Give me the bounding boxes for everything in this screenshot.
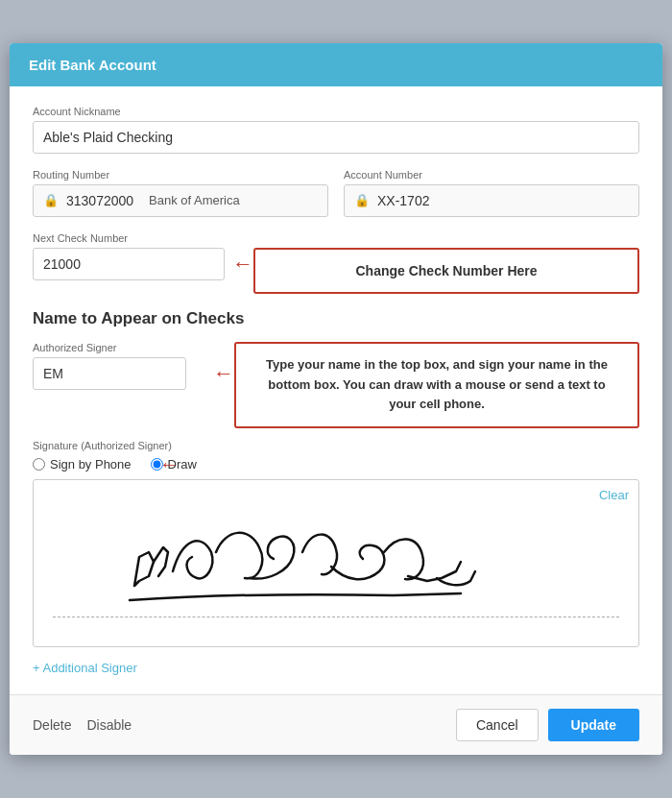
routing-number-group: Routing Number 🔒 313072000 Bank of Ameri… (33, 169, 328, 217)
routing-number-label: Routing Number (33, 169, 328, 181)
footer-left-actions: Delete Disable (33, 713, 132, 737)
sign-by-phone-option[interactable]: Sign by Phone (33, 457, 132, 472)
check-arrow-icon: ← (232, 252, 253, 277)
authorized-signer-wrapper: Authorized Signer ← (33, 342, 205, 390)
name-on-checks-title: Name to Appear on Checks (33, 309, 639, 328)
authorized-signer-label: Authorized Signer (33, 342, 205, 353)
change-check-callout-text: Change Check Number Here (355, 263, 537, 278)
account-nickname-label: Account Nickname (33, 106, 639, 117)
authorized-signer-row: Authorized Signer ← Type your name in th… (33, 342, 639, 428)
check-number-input[interactable] (33, 248, 225, 280)
routing-number-value: 313072000 (66, 193, 133, 208)
edit-bank-account-modal: Edit Bank Account Account Nickname Routi… (10, 43, 662, 755)
modal-footer: Delete Disable Cancel Update (10, 694, 662, 755)
account-number-field: 🔒 XX-1702 (344, 184, 639, 217)
modal-title: Edit Bank Account (29, 57, 156, 73)
radio-arrow-icon: ← (159, 453, 179, 475)
check-number-label: Next Check Number (33, 232, 639, 244)
signature-baseline (53, 617, 619, 617)
account-nickname-input[interactable] (33, 121, 639, 154)
sign-by-phone-label: Sign by Phone (50, 457, 132, 472)
modal-body: Account Nickname Routing Number 🔒 313072… (10, 86, 662, 694)
sign-description-box: Type your name in the top box, and sign … (234, 342, 639, 428)
account-number-group: Account Number 🔒 XX-1702 (344, 169, 639, 217)
signature-label: Signature (Authorized Signer) (33, 440, 639, 451)
signature-method-row: Sign by Phone ← Draw (33, 457, 639, 472)
authorized-signer-input[interactable] (33, 357, 186, 390)
sign-by-phone-radio[interactable] (33, 458, 45, 471)
account-number-label: Account Number (344, 169, 639, 181)
sign-description-text: Type your name in the top box, and sign … (266, 357, 608, 412)
additional-signer-link[interactable]: + Additional Signer (33, 661, 639, 675)
signature-canvas-area[interactable]: Clear (33, 479, 639, 647)
footer-right-actions: Cancel Update (456, 709, 639, 741)
bank-name: Bank of America (149, 193, 240, 207)
routing-account-row: Routing Number 🔒 313072000 Bank of Ameri… (33, 169, 639, 232)
check-number-wrapper: ← (33, 248, 225, 280)
update-button[interactable]: Update (548, 709, 639, 741)
change-check-callout-box: Change Check Number Here (253, 248, 639, 294)
authorized-signer-input-wrapper: ← (33, 357, 205, 390)
account-nickname-group: Account Nickname (33, 106, 639, 154)
modal-header: Edit Bank Account (10, 43, 662, 86)
account-number-value: XX-1702 (377, 193, 429, 208)
disable-button[interactable]: Disable (86, 713, 132, 737)
lock-icon-2: 🔒 (354, 193, 370, 207)
routing-number-field: 🔒 313072000 Bank of America (33, 184, 328, 217)
check-number-row: ← Change Check Number Here (33, 248, 639, 294)
lock-icon: 🔒 (43, 193, 59, 207)
delete-button[interactable]: Delete (33, 713, 71, 737)
signer-arrow-icon: ← (213, 361, 234, 386)
check-number-group: Next Check Number ← Change Check Number … (33, 232, 639, 294)
signature-section: Signature (Authorized Signer) Sign by Ph… (33, 440, 639, 647)
signature-drawing (53, 499, 619, 624)
cancel-button[interactable]: Cancel (456, 709, 539, 741)
